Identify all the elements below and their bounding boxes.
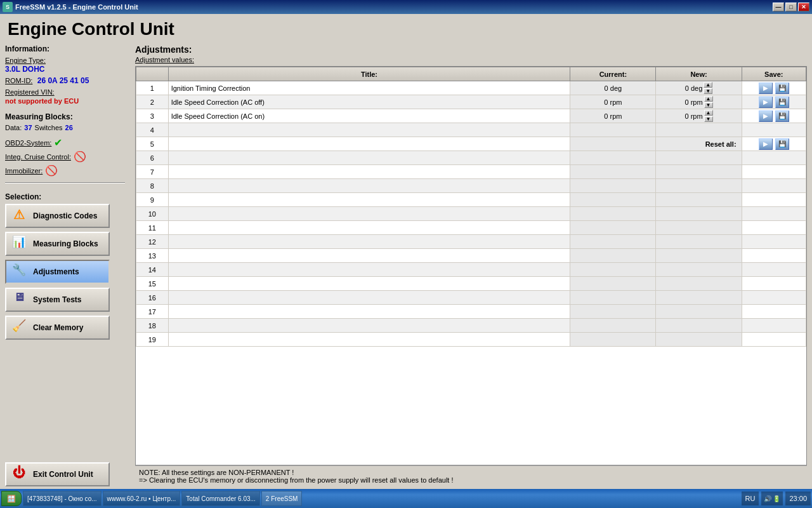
system-tests-button[interactable]: 🖥 System Tests <box>5 288 110 312</box>
row-num: 6 <box>136 151 169 165</box>
col-num <box>136 67 169 81</box>
table-row: 2Idle Speed Correction (AC off)0 rpm0 rp… <box>136 95 806 109</box>
row-current <box>570 137 656 151</box>
row-title: Idle Speed Correction (AC on) <box>168 109 570 123</box>
table-row: 11 <box>136 221 806 235</box>
spinner[interactable]: ▲▼ <box>704 96 713 108</box>
row-title <box>168 221 570 235</box>
taskbar-item-total[interactable]: Total Commander 6.03... <box>181 491 260 506</box>
titlebar-title: FreeSSM v1.2.5 - Engine Control Unit <box>15 3 138 11</box>
row-current <box>570 291 656 305</box>
row-title <box>168 123 570 137</box>
save-button[interactable]: 💾 <box>775 83 789 94</box>
row-title <box>168 151 570 165</box>
info-header: Information: <box>5 44 125 53</box>
taskbar-item-www-label: wwww.60-2.ru • Центр... <box>107 495 176 502</box>
engine-type-row: Engine Type: 3.0L DOHC <box>5 56 125 74</box>
taskbar-items: [473833748] - Окно со... wwww.60-2.ru • … <box>23 491 740 506</box>
row-num: 5 <box>136 137 169 151</box>
note-line1: NOTE: All these settings are NON-PERMANE… <box>139 469 803 476</box>
row-current <box>570 221 656 235</box>
adjustments-button[interactable]: 🔧 Adjustments <box>5 260 110 284</box>
maximize-button[interactable]: □ <box>785 3 797 11</box>
row-save <box>742 333 806 347</box>
spin-up-button[interactable]: ▲ <box>704 82 712 88</box>
row-new <box>656 179 742 193</box>
mb-data-row: Data: 37 Switches 26 <box>5 124 125 131</box>
spin-down-button[interactable]: ▼ <box>704 102 713 108</box>
row-save <box>742 207 806 221</box>
obd2-row: OBD2-System: ✔ <box>5 137 125 149</box>
spin-up-button[interactable]: ▲ <box>704 96 713 102</box>
row-num: 18 <box>136 319 169 333</box>
clear-memory-button[interactable]: 🧹 Clear Memory <box>5 316 110 340</box>
table-row: 17 <box>136 305 806 319</box>
row-new <box>656 207 742 221</box>
taskbar-item-freessm[interactable]: 2 FreeSSM <box>261 491 303 506</box>
row-save <box>742 221 806 235</box>
row-num: 12 <box>136 235 169 249</box>
measuring-blocks-button[interactable]: 📊 Measuring Blocks <box>5 232 110 256</box>
spin-down-button[interactable]: ▼ <box>704 88 712 94</box>
table-row: 5Reset all:▶💾 <box>136 137 806 151</box>
measuring-blocks-section: Measuring Blocks: Data: 37 Switches 26 <box>5 112 125 131</box>
taskbar-right: RU 🔊 🔋 23:00 <box>742 491 811 505</box>
exit-label: Exit Control Unit <box>33 470 93 479</box>
measuring-blocks-label: Measuring Blocks <box>33 239 98 248</box>
wrench-icon: 🔧 <box>10 263 28 281</box>
note-line2: => Clearing the ECU's memory or disconne… <box>139 476 803 484</box>
row-title: Idle Speed Correction (AC off) <box>168 95 570 109</box>
left-bottom: ⏻ Exit Control Unit <box>5 462 125 486</box>
spin-down-button[interactable]: ▼ <box>704 116 713 122</box>
save-button[interactable]: 💾 <box>775 97 789 108</box>
row-new <box>656 277 742 291</box>
save-button[interactable]: 💾 <box>775 110 789 122</box>
minimize-button[interactable]: — <box>773 3 784 11</box>
table-row: 3Idle Speed Correction (AC on)0 rpm0 rpm… <box>136 109 806 123</box>
spin-up-button[interactable]: ▲ <box>704 110 713 116</box>
eraser-icon: 🧹 <box>10 319 28 337</box>
row-title <box>168 277 570 291</box>
obd2-status-icon: ✔ <box>54 137 62 149</box>
apply-button[interactable]: ▶ <box>759 110 773 122</box>
exit-button[interactable]: ⏻ Exit Control Unit <box>5 462 110 486</box>
page-title: Engine Control Unit <box>0 14 812 42</box>
row-new <box>656 305 742 319</box>
mb-switches-label: Switches <box>35 124 63 131</box>
row-new: 0 rpm▲▼ <box>656 109 742 123</box>
taskbar-item-www[interactable]: wwww.60-2.ru • Центр... <box>103 491 181 506</box>
row-current <box>570 123 656 137</box>
row-title <box>168 305 570 319</box>
spinner[interactable]: ▲▼ <box>704 110 713 122</box>
rom-id-row: ROM-ID: 26 0A 25 41 05 <box>5 76 125 85</box>
start-button[interactable]: 🪟 <box>1 491 22 506</box>
immob-label: Immobilizer: <box>5 167 43 175</box>
row-num: 16 <box>136 291 169 305</box>
table-row: 9 <box>136 193 806 207</box>
row-save: ▶💾 <box>742 109 806 123</box>
table-row: 12 <box>136 235 806 249</box>
apply-button[interactable]: ▶ <box>759 97 773 108</box>
close-button[interactable]: ✕ <box>798 3 809 11</box>
row-current <box>570 207 656 221</box>
row-current <box>570 249 656 263</box>
diagnostic-codes-button[interactable]: ⚠ Diagnostic Codes <box>5 204 110 228</box>
apply-button[interactable]: ▶ <box>759 83 773 94</box>
reset-all-apply-button[interactable]: ▶ <box>759 138 773 150</box>
table-row: 7 <box>136 165 806 179</box>
diagnostic-codes-label: Diagnostic Codes <box>33 211 97 220</box>
row-num: 17 <box>136 305 169 319</box>
reset-all-save-button[interactable]: 💾 <box>775 138 789 150</box>
taskbar-item-okno[interactable]: [473833748] - Окно со... <box>23 491 102 506</box>
taskbar-item-okno-label: [473833748] - Окно со... <box>27 495 97 502</box>
row-new <box>656 319 742 333</box>
left-panel: Information: Engine Type: 3.0L DOHC ROM-… <box>0 42 130 489</box>
row-num: 3 <box>136 109 169 123</box>
titlebar: S FreeSSM v1.2.5 - Engine Control Unit —… <box>0 0 812 14</box>
vin-label: Registered VIN: <box>5 88 55 96</box>
table-row: 1Ignition Timing Correction0 deg0 deg▲▼▶… <box>136 81 806 95</box>
row-title <box>168 291 570 305</box>
row-save <box>742 291 806 305</box>
clear-memory-label: Clear Memory <box>33 323 83 332</box>
spinner[interactable]: ▲▼ <box>704 82 712 94</box>
